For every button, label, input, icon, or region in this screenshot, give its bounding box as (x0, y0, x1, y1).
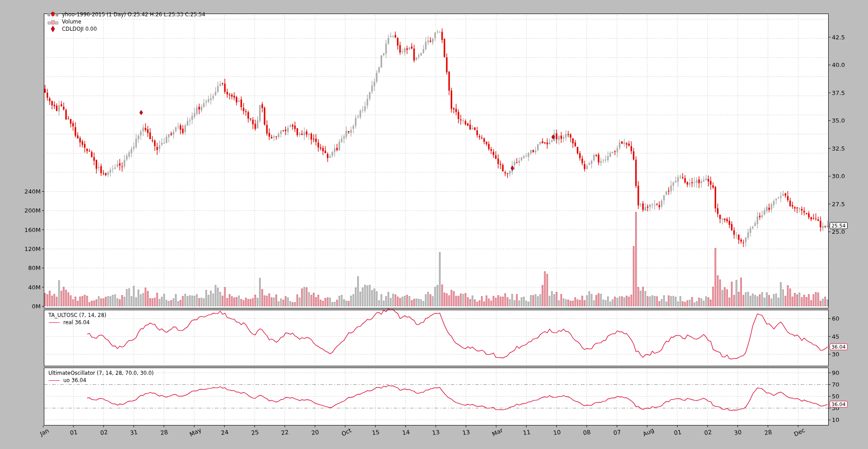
date-tick-label: 07 (613, 429, 621, 436)
date-tick-label: 13 (462, 429, 470, 436)
legend-item-volume: Volume (47, 18, 205, 25)
volume-tick-label: 200M (24, 207, 41, 214)
legend-panel3: UltimateOscillator (7, 14, 28, 70.0, 30.… (48, 369, 154, 384)
price-tick-label: 40.0 (832, 61, 845, 68)
volume-tick-label: 40M (28, 284, 41, 290)
ultosc-tick-label: 60 (832, 315, 840, 322)
date-tick-label: 14 (401, 429, 410, 436)
uo-tick-label: 50 (832, 393, 840, 400)
ultosc-value-tag: 36.04 (830, 344, 848, 350)
date-tick-label: 02 (99, 429, 108, 436)
date-tick-label: 28 (764, 429, 772, 436)
legend-main: yhoo-1996-2015 (1 Day) O:25.42 H:26 L:25… (47, 11, 205, 33)
line-sample-icon (48, 380, 60, 381)
price-tick-label: 32.5 (832, 145, 845, 151)
price-tick-label: 42.5 (832, 33, 845, 40)
panel2-title: TA_ULTOSC (7, 14, 28) (48, 312, 106, 319)
price-tick-label: 25.0 (832, 228, 845, 235)
date-tick-label: 11 (523, 429, 531, 436)
backtrader-plot-window: yhoo-1996-2015 (1 Day) O:25.42 H:26 L:25… (0, 0, 868, 449)
date-tick-label: 28 (160, 429, 168, 436)
legend-series-label: yhoo-1996-2015 (1 Day) O:25.42 H:26 L:25… (62, 11, 205, 18)
legend-item-uo: uo 36.04 (48, 377, 154, 384)
volume-bars-icon (47, 19, 59, 25)
volume-tick-label: 160M (24, 226, 41, 233)
candlestick-icon (47, 11, 59, 18)
price-tick-label: 30.0 (832, 173, 845, 180)
ultosc-tick-label: 45 (832, 333, 840, 340)
date-tick-label: 01 (70, 429, 78, 436)
panel3-title: UltimateOscillator (7, 14, 28, 70.0, 30.… (48, 369, 154, 377)
date-tick-label: 13 (432, 429, 440, 436)
legend-panel2: TA_ULTOSC (7, 14, 28) real 36.04 (48, 312, 106, 326)
date-tick-label: 25 (250, 429, 259, 436)
panel2-series-label: real 36.04 (63, 319, 90, 326)
panel3-series-label: uo 36.04 (63, 377, 86, 384)
legend-item-ultosc: real 36.04 (48, 319, 106, 326)
last-price-tag: 25.54 (830, 222, 848, 229)
price-tick-label: 27.5 (832, 200, 845, 207)
legend-item-series: yhoo-1996-2015 (1 Day) O:25.42 H:26 L:25… (47, 11, 205, 18)
date-tick-label: 15 (372, 429, 380, 436)
date-tick-label: 02 (703, 429, 712, 436)
doji-diamond-icon (47, 26, 59, 32)
volume-tick-label: 240M (24, 188, 41, 195)
uo-value-tag: 36.04 (830, 401, 848, 408)
volume-tick-label: 80M (28, 265, 41, 271)
date-tick-label: 20 (311, 429, 319, 436)
price-tick-label: 37.5 (832, 89, 845, 96)
date-tick-label: 31 (130, 429, 138, 436)
legend-item-doji: CDLDOJI 0.00 (47, 25, 205, 33)
volume-tick-label: 0M (32, 303, 41, 310)
uo-tick-label: 10 (832, 416, 840, 423)
date-tick-label: 08 (583, 429, 591, 436)
ultosc-tick-label: 30 (832, 350, 840, 357)
uo-tick-label: 70 (832, 381, 840, 388)
volume-tick-label: 120M (24, 246, 41, 252)
date-tick-label: 10 (552, 429, 561, 436)
date-tick-label: 22 (281, 429, 289, 436)
uo-tick-label: 90 (832, 369, 840, 376)
line-sample-icon (48, 322, 60, 323)
date-tick-label: 01 (674, 429, 682, 436)
date-tick-label: 30 (734, 429, 742, 436)
legend-doji-label: CDLDOJI 0.00 (62, 25, 97, 33)
date-tick-label: 24 (221, 429, 229, 436)
legend-volume-label: Volume (62, 18, 81, 25)
price-tick-label: 35.0 (832, 117, 845, 124)
